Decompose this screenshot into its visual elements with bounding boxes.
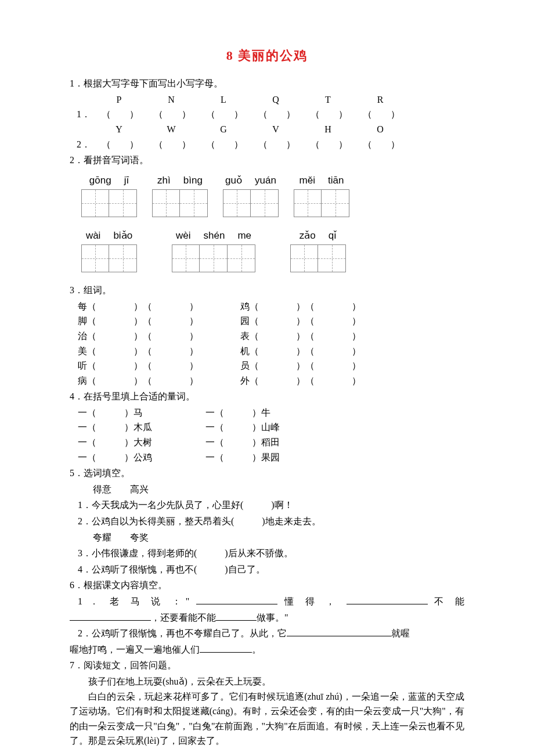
blank-line[interactable] <box>200 644 252 653</box>
text: 做事。" <box>257 613 288 622</box>
blank[interactable]: （ ） <box>303 137 355 152</box>
zuci-char: 治 <box>78 331 87 341</box>
char-box[interactable] <box>290 244 318 272</box>
text: 1 ． 老 马 说 ：" <box>78 596 196 606</box>
char-box[interactable] <box>251 189 279 217</box>
blank[interactable]: （ ） <box>94 107 146 122</box>
letter: R <box>354 92 406 107</box>
page-title: 8 美丽的公鸡 <box>70 45 464 66</box>
pinyin: jī <box>124 172 129 188</box>
pinyin: měi <box>300 172 315 188</box>
q3-body: 每（ ）（ ） 鸡（ ）（ ） 脚（ ）（ ） 园（ ）（ ） 治（ ）（ ） … <box>70 299 464 388</box>
zuci-char: 员 <box>240 361 250 370</box>
char-box[interactable] <box>200 244 228 272</box>
char-box[interactable] <box>180 189 208 217</box>
blank-line[interactable] <box>216 612 257 621</box>
pinyin-word: guǒ yuán <box>223 172 279 217</box>
zuci-row: 听（ ）（ ） 员（ ）（ ） <box>70 358 464 373</box>
liang-row: 一（ ）公鸡 一（ ）果园 <box>70 450 464 465</box>
pinyin: tiān <box>328 172 344 188</box>
char-box[interactable] <box>172 244 200 272</box>
zuci-char: 每 <box>78 301 87 311</box>
q5-pair2: 夸耀 夸奖 <box>70 530 464 545</box>
text: 就喔 <box>391 628 410 638</box>
blank[interactable]: （ ） <box>303 107 355 122</box>
q5-s4: 4．公鸡听了很惭愧，再也不( )自己了。 <box>70 562 464 577</box>
blank[interactable]: （ ） <box>199 107 251 122</box>
char-box[interactable] <box>322 189 349 217</box>
char-box[interactable] <box>223 189 251 217</box>
q2-prompt: 2．看拼音写词语。 <box>70 153 464 168</box>
char-box[interactable] <box>81 244 109 272</box>
char-box[interactable] <box>81 189 109 217</box>
pinyin: wài <box>86 228 101 243</box>
row-label: 1． <box>77 107 94 122</box>
q3-prompt: 3．组词。 <box>70 283 464 298</box>
blank[interactable]: （ ） <box>355 107 407 122</box>
zuci-row: 脚（ ）（ ） 园（ ）（ ） <box>70 314 464 329</box>
q2-section: gōng jī zhì bìng guǒ yuán <box>81 172 464 272</box>
letter: W <box>145 122 197 137</box>
zuci-char: 病 <box>78 376 87 386</box>
q1-prompt: 1．根据大写字母下面写出小写字母。 <box>70 76 464 91</box>
blank[interactable]: （ ） <box>146 107 199 122</box>
liang-item: 一（ ）公鸡 <box>78 450 205 465</box>
blank[interactable]: （ ） <box>146 137 199 152</box>
pinyin: shén <box>204 228 225 243</box>
liang-item: 一（ ）果园 <box>205 450 333 465</box>
zuci-row: 病（ ）（ ） 外（ ）（ ） <box>70 373 464 388</box>
q6-prompt: 6．根据课文内容填空。 <box>70 578 464 593</box>
char-box[interactable] <box>318 244 346 272</box>
blank-line[interactable] <box>287 628 391 636</box>
q1-row1-answers: 1． （ ） （ ） （ ） （ ） （ ） （ ） <box>70 107 464 122</box>
liang-item: 一（ ）大树 <box>78 435 205 450</box>
q2-row1: gōng jī zhì bìng guǒ yuán <box>81 172 464 217</box>
q7-prompt: 7．阅读短文，回答问题。 <box>70 658 464 673</box>
pinyin: bìng <box>183 172 203 188</box>
row-label: 2． <box>77 137 94 152</box>
blank[interactable]: （ ） <box>199 137 251 152</box>
letter: H <box>302 122 354 137</box>
blank-line[interactable] <box>196 596 277 604</box>
q5-s3: 3．小伟很谦虚，得到老师的( )后从来不骄傲。 <box>70 546 464 561</box>
pinyin: gōng <box>89 172 111 188</box>
letter: P <box>93 92 145 107</box>
blank[interactable]: （ ） <box>355 137 407 152</box>
liang-item: 一（ ）木瓜 <box>78 420 205 435</box>
q1-row1-letters: P N L Q T R <box>70 92 464 107</box>
zuci-char: 美 <box>78 346 87 356</box>
char-box[interactable] <box>228 244 255 272</box>
pinyin-word: zǎo qǐ <box>290 228 346 272</box>
pinyin: biǎo <box>113 228 132 243</box>
char-box[interactable] <box>109 189 137 217</box>
blank[interactable]: （ ） <box>94 137 146 152</box>
blank[interactable]: （ ） <box>251 137 303 152</box>
pinyin: guǒ <box>225 172 242 188</box>
pinyin: me <box>237 228 251 243</box>
pinyin-word: gōng jī <box>81 172 137 217</box>
text: 喔地打鸣，一遍又一遍地催人们 <box>70 645 200 654</box>
q5-prompt: 5．选词填空。 <box>70 466 464 481</box>
q6-line3: 2．公鸡听了很惭愧，再也不夸耀自己了。从此，它就喔 <box>70 626 464 641</box>
blank[interactable]: （ ） <box>251 107 303 122</box>
pinyin-word: wài biǎo <box>81 228 137 272</box>
letter: N <box>145 92 197 107</box>
pinyin: qǐ <box>329 228 337 243</box>
blank-line[interactable] <box>70 612 151 621</box>
q1-row2-letters: Y W G V H O <box>70 122 464 137</box>
zuci-char: 听 <box>78 361 87 370</box>
liang-item: 一（ ）牛 <box>205 405 333 420</box>
letter: V <box>250 122 302 137</box>
letter: Y <box>93 122 145 137</box>
char-box[interactable] <box>294 189 322 217</box>
q5-s1: 1．今天我成为一名少先队员了，心里好( )啊！ <box>70 498 464 513</box>
char-box[interactable] <box>152 189 180 217</box>
zuci-row: 治（ ）（ ） 表（ ）（ ） <box>70 329 464 344</box>
q1-row2-answers: 2． （ ） （ ） （ ） （ ） （ ） （ ） <box>70 137 464 152</box>
zuci-row: 每（ ）（ ） 鸡（ ）（ ） <box>70 299 464 314</box>
char-box[interactable] <box>109 244 137 272</box>
liang-item: 一（ ）山峰 <box>205 420 333 435</box>
blank-line[interactable] <box>347 596 428 604</box>
q5-pair1: 得意 高兴 <box>70 482 464 497</box>
liang-row: 一（ ）木瓜 一（ ）山峰 <box>70 420 464 435</box>
